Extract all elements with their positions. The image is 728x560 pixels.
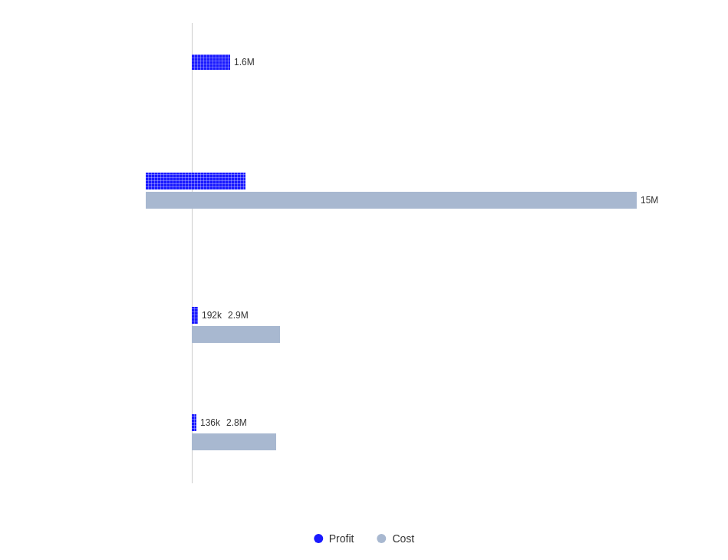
cost-label-4: 2.8M: [226, 417, 247, 428]
cost-bar-3: [192, 326, 280, 343]
profit-value-4: 136k: [200, 417, 220, 428]
bar-row-profit-4: 136k 2.8M: [192, 414, 276, 431]
chart-container: 1.6M 5M 15M 192k 2.9M: [0, 0, 728, 560]
legend-dot-profit: [314, 534, 323, 543]
legend-dot-cost: [377, 534, 386, 543]
bar-row-cost-2: 15M: [146, 192, 658, 209]
legend-label-cost: Cost: [392, 532, 414, 545]
bar-row-cost-3: [192, 326, 280, 343]
profit-bar-3: [192, 307, 198, 324]
bar-group-3: 192k 2.9M: [192, 307, 280, 343]
legend-label-profit: Profit: [329, 532, 354, 545]
profit-bar-2: [146, 173, 245, 189]
legend-item-profit: Profit: [314, 532, 354, 545]
legend: Profit Cost: [314, 532, 414, 545]
profit-bar-4: [192, 414, 196, 431]
bar-row-cost-4: [192, 433, 276, 450]
bar-row-profit-2: 5M: [146, 173, 658, 189]
cost-bar-4: [192, 433, 276, 450]
bar-row-profit-3: 192k 2.9M: [192, 307, 280, 324]
profit-bar-1: [192, 54, 230, 70]
profit-value-1: 1.6M: [234, 57, 255, 68]
bar-group-2: 5M 15M: [146, 173, 658, 209]
profit-value-3: 192k: [202, 310, 222, 321]
cost-bar-2: [146, 192, 637, 209]
chart-area: 1.6M 5M 15M 192k 2.9M: [46, 23, 697, 483]
legend-item-cost: Cost: [377, 532, 414, 545]
bar-group-1: 1.6M: [192, 54, 255, 71]
cost-label-3: 2.9M: [228, 310, 249, 321]
bar-group-4: 136k 2.8M: [192, 414, 276, 450]
bar-row-profit-1: 1.6M: [192, 54, 255, 71]
cost-value-2: 15M: [641, 195, 658, 206]
